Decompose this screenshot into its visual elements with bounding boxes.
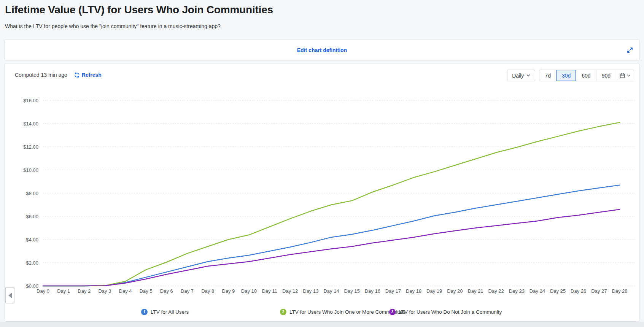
y-axis-label: $14.00 [23,121,38,127]
x-axis-label: Day 8 [201,288,214,294]
legend-item-no-community[interactable]: 3 LTV for Users Who Do Not Join a Commun… [389,309,502,315]
y-axis-label: $8.00 [26,190,38,196]
x-axis-label: Day 16 [365,288,380,294]
collapse-left-icon [8,293,12,298]
x-axis-label: Day 12 [282,288,298,294]
x-axis-label: Day 27 [591,288,607,294]
legend-label: LTV for All Users [151,309,189,315]
page-subtitle: What is the LTV for people who use the "… [5,23,221,29]
x-axis-label: Day 5 [140,288,153,294]
ltv-chart: $16.00$14.00$12.00$10.00$8.00$6.00$4.00$… [5,63,640,322]
expand-diagonal-icon[interactable] [627,47,633,54]
x-axis-label: Day 19 [426,288,442,294]
x-axis-label: Day 18 [406,288,421,294]
y-axis-label: $12.00 [23,144,38,150]
y-axis-label: $10.00 [23,167,38,173]
x-axis-label: Day 24 [530,288,545,294]
legend-label: LTV for Users Who Join One or More Commu… [289,309,405,315]
x-axis-label: Day 0 [37,288,49,294]
x-axis-label: Day 3 [98,288,111,294]
x-axis-label: Day 4 [119,288,132,294]
y-axis-label: $4.00 [26,237,38,243]
x-axis-label: Day 6 [160,288,173,294]
x-axis-label: Day 15 [344,288,360,294]
x-axis-label: Day 9 [222,288,235,294]
series-line-all-users [43,185,620,286]
x-axis-label: Day 1 [57,288,70,294]
edit-chart-definition-link[interactable]: Edit chart definition [297,47,347,53]
x-axis-label: Day 11 [262,288,277,294]
x-axis-label: Day 2 [78,288,91,294]
legend-label: LTV for Users Who Do Not Join a Communit… [399,309,502,315]
x-axis-label: Day 26 [571,288,586,294]
legend-dot-all-users: 1 [141,309,148,315]
legend-dot-join-communities: 2 [280,309,286,315]
y-axis-label: $6.00 [26,214,38,219]
x-axis-label: Day 20 [447,288,463,294]
chart-card: Computed 13 min ago Refresh Daily 7d 30d… [4,63,640,322]
x-axis-label: Day 13 [303,288,318,294]
x-axis-label: Day 14 [323,288,339,294]
y-axis-label: $2.00 [26,260,38,266]
x-axis-label: Day 23 [509,288,525,294]
x-axis-label: Day 10 [241,288,257,294]
page-bottom-gutter [0,322,644,327]
panel-collapse-button[interactable] [5,287,14,303]
y-axis-label: $16.00 [23,98,38,103]
legend-dot-no-community: 3 [389,309,396,315]
x-axis-label: Day 28 [612,288,627,294]
legend-item-join-communities[interactable]: 2 LTV for Users Who Join One or More Com… [280,309,405,315]
chart-definition-bar: Edit chart definition [4,39,640,61]
x-axis-label: Day 17 [385,288,401,294]
x-axis-label: Day 7 [181,288,194,294]
legend-item-all-users[interactable]: 1 LTV for All Users [141,309,189,315]
x-axis-label: Day 25 [550,288,566,294]
x-axis-label: Day 22 [488,288,504,294]
x-axis-label: Day 21 [467,288,483,294]
page-title: Lifetime Value (LTV) for Users Who Join … [5,4,273,16]
series-line-no-community [43,210,620,286]
